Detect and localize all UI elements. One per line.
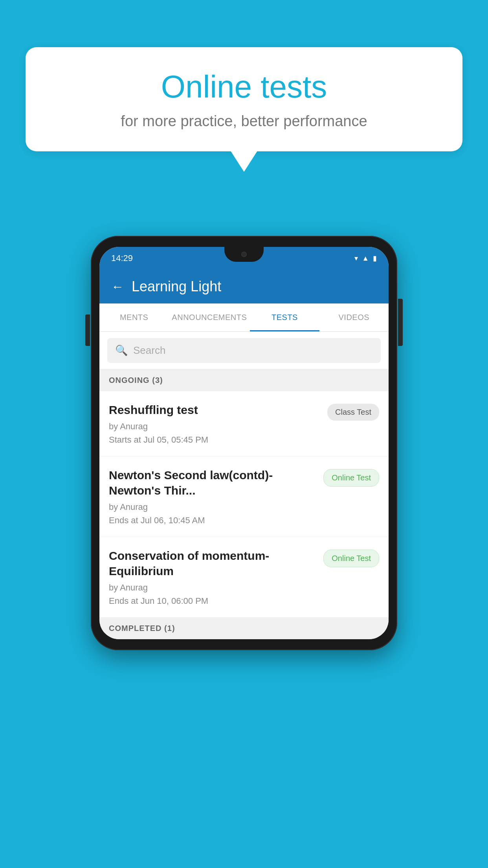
test-badge-1: Class Test bbox=[327, 404, 379, 421]
camera-dot bbox=[241, 252, 247, 257]
status-time: 14:29 bbox=[111, 253, 133, 263]
test-time-1: Starts at Jul 05, 05:45 PM bbox=[109, 435, 319, 445]
test-info-2: Newton's Second law(contd)-Newton's Thir… bbox=[109, 467, 323, 526]
search-icon: 🔍 bbox=[115, 344, 128, 357]
tabs-container: MENTS ANNOUNCEMENTS TESTS VIDEOS bbox=[99, 303, 389, 332]
test-item-2[interactable]: Newton's Second law(contd)-Newton's Thir… bbox=[99, 456, 389, 537]
tab-ments[interactable]: MENTS bbox=[99, 303, 169, 331]
speech-bubble-container: Online tests for more practice, better p… bbox=[26, 47, 462, 151]
test-badge-2: Online Test bbox=[323, 469, 379, 487]
test-info-1: Reshuffling test by Anurag Starts at Jul… bbox=[109, 402, 327, 445]
app-header-title: Learning Light bbox=[132, 278, 221, 295]
search-bar[interactable]: 🔍 Search bbox=[107, 338, 381, 363]
notch-cutout bbox=[224, 247, 264, 262]
back-button[interactable]: ← bbox=[111, 280, 124, 294]
search-container: 🔍 Search bbox=[99, 332, 389, 370]
phone-wrapper: 14:29 ▾ ▲ ▮ ← Learning Light MENTS bbox=[91, 236, 397, 650]
status-icons: ▾ ▲ ▮ bbox=[354, 254, 377, 263]
test-name-2: Newton's Second law(contd)-Newton's Thir… bbox=[109, 467, 316, 498]
ongoing-section-header: ONGOING (3) bbox=[99, 370, 389, 391]
signal-icon: ▲ bbox=[362, 254, 369, 263]
phone-screen: 14:29 ▾ ▲ ▮ ← Learning Light MENTS bbox=[99, 247, 389, 639]
tab-videos[interactable]: VIDEOS bbox=[319, 303, 389, 331]
app-header: ← Learning Light bbox=[99, 270, 389, 303]
test-item-3[interactable]: Conservation of momentum-Equilibrium by … bbox=[99, 537, 389, 618]
test-by-2: by Anurag bbox=[109, 502, 316, 512]
battery-icon: ▮ bbox=[373, 254, 377, 263]
bubble-subtitle: for more practice, better performance bbox=[49, 113, 439, 130]
search-placeholder: Search bbox=[133, 344, 165, 357]
completed-section-header: COMPLETED (1) bbox=[99, 618, 389, 639]
test-item[interactable]: Reshuffling test by Anurag Starts at Jul… bbox=[99, 391, 389, 456]
test-name-1: Reshuffling test bbox=[109, 402, 319, 417]
test-time-3: Ends at Jun 10, 06:00 PM bbox=[109, 596, 316, 606]
test-time-2: Ends at Jul 06, 10:45 AM bbox=[109, 515, 316, 526]
tab-tests[interactable]: TESTS bbox=[250, 303, 319, 331]
bubble-title: Online tests bbox=[49, 69, 439, 105]
test-badge-3: Online Test bbox=[323, 550, 379, 567]
speech-bubble: Online tests for more practice, better p… bbox=[26, 47, 462, 151]
status-bar: 14:29 ▾ ▲ ▮ bbox=[99, 247, 389, 270]
test-info-3: Conservation of momentum-Equilibrium by … bbox=[109, 548, 323, 606]
phone-outer: 14:29 ▾ ▲ ▮ ← Learning Light MENTS bbox=[91, 236, 397, 650]
test-by-1: by Anurag bbox=[109, 421, 319, 432]
test-name-3: Conservation of momentum-Equilibrium bbox=[109, 548, 316, 579]
wifi-icon: ▾ bbox=[354, 254, 358, 263]
test-by-3: by Anurag bbox=[109, 583, 316, 593]
tab-announcements[interactable]: ANNOUNCEMENTS bbox=[169, 303, 250, 331]
